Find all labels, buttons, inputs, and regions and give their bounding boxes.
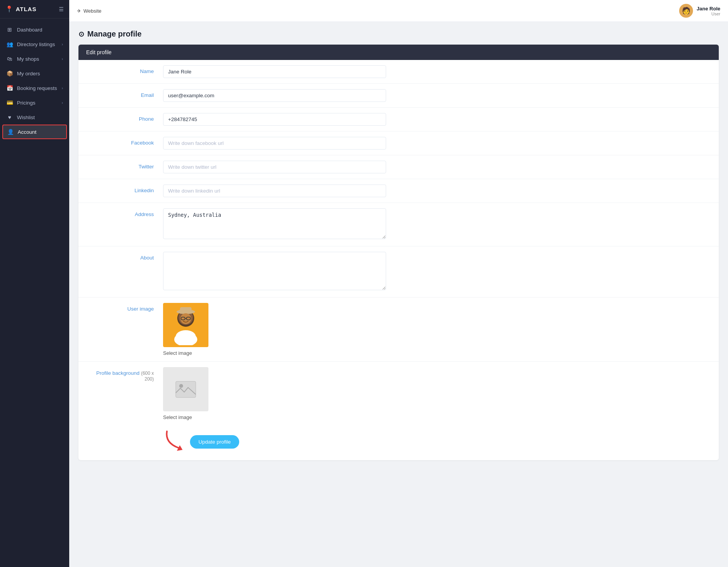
page-content: ⊙ Manage profile Edit profile Name Email <box>69 22 728 567</box>
sidebar-label-account: Account <box>18 129 37 135</box>
sidebar-label-orders: My orders <box>17 71 40 76</box>
sidebar-item-wishlist[interactable]: ♥ Wishlist <box>0 110 69 125</box>
sidebar-item-account[interactable]: 👤 Account <box>2 125 67 139</box>
about-label: About <box>86 252 163 261</box>
svg-point-11 <box>179 384 183 388</box>
form-row-email: Email <box>78 84 719 108</box>
sidebar-label-wishlist: Wishlist <box>17 115 35 120</box>
form-row-profile-bg: Profile background (600 x 200) <box>78 362 719 460</box>
sidebar-label-directory: Directory listings <box>17 42 55 47</box>
sidebar-nav: ⊞ Dashboard 👥 Directory listings › 🛍 My … <box>0 18 69 567</box>
send-icon: ✈ <box>77 8 81 14</box>
form-row-linkedin: Linkedin <box>78 179 719 203</box>
name-label: Name <box>86 65 163 74</box>
profile-bg-label: Profile background (600 x 200) <box>86 367 163 382</box>
topbar-left: ✈ Website <box>77 8 102 14</box>
name-input[interactable] <box>163 65 386 78</box>
form-row-user-image: User image <box>78 298 719 362</box>
placeholder-image-icon <box>174 380 197 399</box>
svg-point-9 <box>176 330 196 343</box>
select-bg-image-btn[interactable]: Select image <box>163 414 711 420</box>
chevron-right-icon: › <box>62 42 63 47</box>
sidebar-label-dashboard: Dashboard <box>17 27 42 33</box>
chevron-right-icon: › <box>62 57 63 61</box>
card-header: Edit profile <box>78 45 719 60</box>
sidebar-header: 📍 ATLAS ☰ <box>0 0 69 18</box>
user-image-label: User image <box>86 303 163 312</box>
update-profile-button[interactable]: Update profile <box>190 435 239 449</box>
profile-bg-preview <box>163 367 208 411</box>
topbar-right: 🧑 Jane Role User <box>679 4 720 18</box>
avatar-emoji: 🧑 <box>682 7 690 15</box>
user-image-upload-area: Select image <box>163 303 711 356</box>
sidebar-label-shops: My shops <box>17 56 39 62</box>
twitter-label: Twitter <box>86 161 163 170</box>
address-textarea[interactable]: Sydney, Australia <box>163 208 386 239</box>
shops-icon: 🛍 <box>6 56 13 62</box>
hamburger-icon[interactable]: ☰ <box>59 6 64 12</box>
chevron-right-icon: › <box>62 86 63 90</box>
logo-text: ATLAS <box>16 6 37 12</box>
email-label: Email <box>86 89 163 98</box>
select-user-image-btn[interactable]: Select image <box>163 350 711 356</box>
sidebar-label-pricings: Pricings <box>17 100 35 106</box>
user-image-field: Select image <box>163 303 711 356</box>
phone-input[interactable] <box>163 113 386 126</box>
linkedin-input[interactable] <box>163 185 386 197</box>
facebook-label: Facebook <box>86 137 163 146</box>
form-row-about: About <box>78 246 719 298</box>
twitter-field <box>163 161 711 173</box>
profile-bg-text: Profile background <box>96 370 140 376</box>
booking-icon: 📅 <box>6 85 13 91</box>
page-title-text: Manage profile <box>87 30 142 38</box>
form-row-phone: Phone <box>78 108 719 131</box>
form-body: Name Email Phone <box>78 60 719 460</box>
profile-bg-field: Select image Update pro <box>163 367 711 449</box>
account-icon: 👤 <box>7 129 14 135</box>
edit-profile-card: Edit profile Name Email <box>78 45 719 460</box>
sidebar-logo: 📍 ATLAS <box>5 5 37 13</box>
logo-icon: 📍 <box>5 5 13 13</box>
user-image-preview <box>163 303 208 347</box>
user-name: Jane Role <box>697 6 720 12</box>
form-row-twitter: Twitter <box>78 155 719 179</box>
address-field: Sydney, Australia <box>163 208 711 241</box>
address-label: Address <box>86 208 163 217</box>
form-row-name: Name <box>78 60 719 84</box>
sidebar-item-my-shops[interactable]: 🛍 My shops › <box>0 52 69 66</box>
twitter-input[interactable] <box>163 161 386 173</box>
facebook-input[interactable] <box>163 137 386 150</box>
sidebar-item-my-orders[interactable]: 📦 My orders <box>0 66 69 81</box>
update-area: Update profile <box>163 429 711 449</box>
directory-icon: 👥 <box>6 41 13 47</box>
sidebar-item-directory-listings[interactable]: 👥 Directory listings › <box>0 37 69 52</box>
manage-profile-icon: ⊙ <box>78 30 84 38</box>
wishlist-icon: ♥ <box>6 114 13 120</box>
pricings-icon: 💳 <box>6 100 13 106</box>
website-label[interactable]: Website <box>83 8 102 14</box>
sidebar-item-booking-requests[interactable]: 📅 Booking requests › <box>0 81 69 95</box>
sidebar-item-dashboard[interactable]: ⊞ Dashboard <box>0 22 69 37</box>
sidebar-label-booking: Booking requests <box>17 85 57 91</box>
main-content: ✈ Website 🧑 Jane Role User ⊙ Manage prof… <box>69 0 728 567</box>
phone-field <box>163 113 711 126</box>
about-field <box>163 252 711 292</box>
about-textarea[interactable] <box>163 252 386 290</box>
curved-arrow-svg <box>163 429 194 452</box>
email-input[interactable] <box>163 89 386 102</box>
form-row-facebook: Facebook <box>78 131 719 155</box>
dashboard-icon: ⊞ <box>6 27 13 33</box>
sidebar-item-pricings[interactable]: 💳 Pricings › <box>0 95 69 110</box>
sidebar: 📍 ATLAS ☰ ⊞ Dashboard 👥 Directory listin… <box>0 0 69 567</box>
linkedin-field <box>163 185 711 197</box>
user-info: Jane Role User <box>697 6 720 16</box>
name-field <box>163 65 711 78</box>
profile-bg-size: (600 x 200) <box>141 371 154 382</box>
chevron-right-icon: › <box>62 100 63 105</box>
arrow-indicator <box>163 429 182 449</box>
page-title: ⊙ Manage profile <box>78 30 719 38</box>
user-image-svg <box>168 305 203 345</box>
linkedin-label: Linkedin <box>86 185 163 193</box>
svg-rect-4 <box>180 307 192 313</box>
user-role: User <box>697 12 720 16</box>
